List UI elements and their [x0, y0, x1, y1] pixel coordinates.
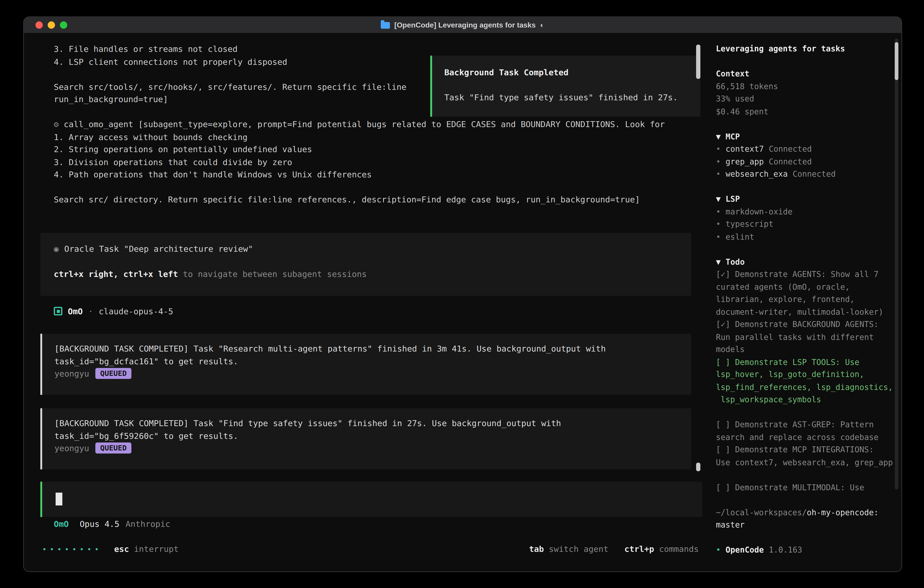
chat-pane: 3. File handles or streams not closed 4.…: [24, 34, 704, 572]
desktop: [OpenCode] Leveraging agents for tasks ◐…: [0, 0, 924, 588]
hint-text: to navigate between subagent sessions: [178, 269, 367, 279]
todo-item-done: [✓] Demonstrate BACKGROUND AGENTS: Run p…: [716, 318, 893, 356]
bullet-icon: •: [716, 143, 721, 155]
mcp-item: • context7 Connected: [716, 143, 893, 155]
session-sidebar: Leveraging agents for tasks Context 66,5…: [704, 34, 901, 572]
spinner-dots: ••••••••: [42, 543, 102, 556]
prompt-input[interactable]: [40, 482, 702, 517]
message-author: yeongyu: [54, 442, 89, 454]
ctrlp-key-label: commands: [659, 543, 699, 555]
esc-key-label: interrupt: [134, 543, 179, 555]
todo-item-pending: [ ] Demonstrate MCP INTEGRATIONS: Use co…: [716, 444, 893, 469]
tab-key-label: switch agent: [549, 543, 609, 555]
bullet-icon: •: [716, 231, 721, 243]
bullet-icon: •: [716, 218, 721, 231]
lsp-item: • typescript: [716, 218, 893, 231]
window-title: [OpenCode] Leveraging agents for tasks ◐: [381, 21, 544, 29]
todo-item-active: [ ] Demonstrate LSP TOOLS: Use lsp_hover…: [716, 356, 893, 406]
traffic-lights: [35, 17, 67, 33]
bullet-icon: •: [716, 168, 721, 180]
text-cursor: [56, 493, 63, 505]
scrollbar-thumb[interactable]: [696, 45, 701, 79]
navigation-hint: ctrl+x right, ctrl+x left to navigate be…: [54, 268, 678, 280]
todo-item-done: [✓] Demonstrate AGENTS: Show all 7 curat…: [716, 268, 893, 318]
minimize-button[interactable]: [48, 21, 55, 29]
folder-icon: [381, 21, 390, 28]
provider-label: Anthropic: [125, 518, 170, 530]
chevron-down-icon: ▼: [716, 256, 721, 268]
todo-item-pending: [ ] Demonstrate AST-GREP: Pattern search…: [716, 419, 893, 444]
oracle-task-title: Oracle Task "Deep architecture review": [64, 243, 253, 255]
context-tokens: 66,518 tokens: [716, 80, 893, 93]
toast-body: Task "Find type safety issues" finished …: [444, 91, 688, 104]
zoom-button[interactable]: [60, 21, 67, 29]
separator-dot: ·: [88, 305, 93, 317]
message-author: yeongyu: [54, 367, 89, 380]
status-badge: QUEUED: [95, 368, 132, 379]
model-indicator: OmO Opus 4.5 Anthropic: [54, 518, 170, 530]
active-model-label: Opus 4.5: [79, 518, 119, 530]
record-icon: ◉: [54, 243, 59, 255]
tool-call-block: ⚙ call_omo_agent [subagent_type=explore,…: [54, 118, 665, 206]
workspace-path: ~/local-workspaces/oh-my-opencode: maste…: [716, 506, 893, 531]
bullet-icon: •: [716, 155, 721, 168]
scrollbar-thumb[interactable]: [696, 463, 701, 471]
status-bar: •••••••• esc interrupt tab switch agent …: [24, 543, 704, 556]
close-button[interactable]: [35, 21, 43, 29]
window-titlebar[interactable]: [OpenCode] Leveraging agents for tasks ◐: [24, 17, 901, 34]
tab-key-hint: tab: [529, 543, 544, 555]
git-branch: master: [716, 520, 745, 529]
active-agent-label: OmO: [54, 518, 69, 530]
sidebar-scrollbar-thumb[interactable]: [895, 42, 898, 80]
status-badge: QUEUED: [95, 443, 132, 454]
ctrlp-key-hint: ctrl+p: [624, 543, 654, 555]
mcp-item: • websearch_exa Connected: [716, 168, 893, 180]
lsp-item: • markdown-oxide: [716, 206, 893, 218]
task-message: [BACKGROUND TASK COMPLETED] Task "Find t…: [40, 408, 691, 469]
window-title-text: [OpenCode] Leveraging agents for tasks: [394, 21, 536, 29]
bullet-icon: •: [716, 544, 721, 557]
lsp-item: • eslint: [716, 231, 893, 243]
section-todo[interactable]: ▼ Todo: [716, 256, 893, 268]
section-mcp[interactable]: ▼ MCP: [716, 130, 893, 143]
session-title: Leveraging agents for tasks: [716, 43, 893, 55]
agent-session-header: OmO · claude-opus-4-5: [54, 305, 173, 317]
app-version: • OpenCode 1.0.163: [716, 544, 893, 557]
sidebar-scrollbar-track[interactable]: [895, 38, 898, 489]
agent-name: OmO: [68, 305, 83, 317]
agent-icon: [54, 307, 63, 315]
mcp-item: • grep_app Connected: [716, 155, 893, 168]
section-lsp[interactable]: ▼ LSP: [716, 193, 893, 206]
task-message-body: [BACKGROUND TASK COMPLETED] Task "Resear…: [54, 342, 679, 367]
transcript-text: 3. File handles or streams not closed 4.…: [54, 43, 406, 106]
chevron-down-icon: ▼: [716, 193, 721, 206]
context-used: 33% used: [716, 93, 893, 106]
gear-icon: ⚙: [54, 119, 59, 129]
task-message-body: [BACKGROUND TASK COMPLETED] Task "Find t…: [54, 417, 679, 442]
terminal-window: [OpenCode] Leveraging agents for tasks ◐…: [23, 17, 902, 572]
chevron-down-icon: ▼: [716, 130, 721, 143]
hint-keys: ctrl+x right, ctrl+x left: [54, 269, 178, 279]
oracle-task-panel: ◉ Oracle Task "Deep architecture review"…: [40, 233, 691, 296]
toast-title: Background Task Completed: [444, 66, 688, 78]
context-heading: Context: [716, 68, 893, 80]
agent-model: claude-opus-4-5: [99, 305, 173, 317]
tool-call-text: call_omo_agent [subagent_type=explore, p…: [54, 119, 665, 204]
esc-key-hint: esc: [114, 543, 129, 555]
task-message: [BACKGROUND TASK COMPLETED] Task "Resear…: [40, 334, 691, 395]
bullet-icon: •: [716, 206, 721, 218]
todo-item-pending: [ ] Demonstrate MULTIMODAL: Use: [716, 481, 893, 494]
background-task-toast: Background Task Completed Task "Find typ…: [430, 56, 700, 117]
session-status-icon: ◐: [540, 21, 544, 29]
context-spent: $0.46 spent: [716, 106, 893, 118]
